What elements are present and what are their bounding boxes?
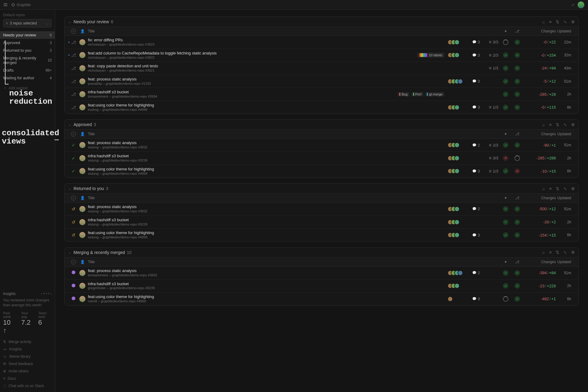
sidebar-item-returned-to-you[interactable]: Returned to you3 xyxy=(0,47,55,54)
author-avatar xyxy=(79,206,85,212)
sort-icon[interactable]: ⇅ xyxy=(556,20,559,24)
pr-row[interactable]: ↺ feat: process static analysis xiulung … xyxy=(65,203,579,216)
pr-row[interactable]: ⎇ infra:hashdiff s3 bucket tomasreimers … xyxy=(65,88,579,101)
pr-row[interactable]: infra:hashdiff s3 bucket gregmfoster – g… xyxy=(65,280,579,293)
pr-subtitle: xiulung – graphitedev/demo-repo #4958 xyxy=(88,235,154,239)
add-section-button[interactable]: ＋ Add section xyxy=(0,84,55,92)
pr-status-icon: ⎇ xyxy=(515,260,519,264)
expand-icon[interactable]: ⤢ xyxy=(571,3,575,7)
sidebar-item-waiting-for-author[interactable]: Waiting for author4 xyxy=(0,74,55,82)
bottom-link-invite-others[interactable]: ⊕Invite others xyxy=(3,368,52,374)
sort-icon[interactable]: ⇅ xyxy=(556,250,559,255)
changes: -0/+22 xyxy=(522,40,556,44)
list-icon[interactable]: ≡ xyxy=(549,20,552,24)
insights-next-icon[interactable]: › xyxy=(51,292,52,296)
checkmark-icon[interactable]: ✓ xyxy=(71,29,76,34)
gear-icon[interactable]: ⚙ xyxy=(571,186,575,191)
pr-row[interactable]: ✓ infra:hashdiff s3 bucket xiulung – gra… xyxy=(65,152,579,165)
chevron-down-icon[interactable]: ⌄ xyxy=(68,250,71,254)
comment-count: 3 xyxy=(478,79,480,84)
label-chip[interactable]: Perf xyxy=(411,92,423,96)
status-pending-icon xyxy=(503,296,508,302)
search-icon[interactable]: ⌕ xyxy=(542,186,545,191)
sidebar-item-drafts[interactable]: Drafts99+ xyxy=(0,66,55,74)
nav-label: Needs your review xyxy=(3,33,36,37)
nav-count: 4 xyxy=(50,76,52,80)
comment-icon: 💬 xyxy=(472,143,477,147)
status-fail-icon: ✕ xyxy=(503,155,508,161)
changes: -28/+2 xyxy=(522,220,556,224)
sidebar-item-needs-your-review[interactable]: Needs your review6 xyxy=(0,31,55,39)
bottom-links: ⇅Merge activity⫘Insights☺Meme library✉Se… xyxy=(3,339,52,389)
list-icon[interactable]: ≡ xyxy=(549,122,552,127)
merge-icon xyxy=(71,270,76,274)
pr-row[interactable]: feat:using color theme for highlighting … xyxy=(65,293,579,305)
pr-row[interactable]: ⎇ feat: process static analysis pranathi… xyxy=(65,75,579,88)
row-type-icon: ⎇ xyxy=(69,105,78,110)
pr-row[interactable]: ⎇ feat:add column to CacheRepoMetadata t… xyxy=(65,49,579,62)
comment-icon: 💬 xyxy=(472,169,477,173)
checkmark-icon[interactable]: ✓ xyxy=(71,259,76,264)
bottom-link-meme-library[interactable]: ☺Meme library xyxy=(3,353,52,360)
user-avatar[interactable] xyxy=(578,2,584,8)
collapse-icon[interactable]: ⤡ xyxy=(564,122,567,127)
facepile xyxy=(447,168,465,174)
updated: 6h xyxy=(556,169,574,173)
collapse-icon[interactable]: ⤡ xyxy=(564,250,567,255)
facepile-avatar xyxy=(458,270,463,276)
comment-count: 3 xyxy=(478,40,480,44)
hamburger-icon[interactable] xyxy=(4,3,7,6)
pr-row[interactable]: ⎇ feat:using color theme for highlightin… xyxy=(65,101,579,114)
pr-row[interactable]: ↺ feat:using color theme for highlightin… xyxy=(65,229,579,241)
bottom-link-docs[interactable]: ≡Docs xyxy=(3,375,52,382)
collapse-icon[interactable]: ⤡ xyxy=(564,20,567,24)
repo-selector[interactable]: ≡ 3 repos selected ⌄ xyxy=(3,19,52,28)
insights-stat: Past week10 ↑ xyxy=(3,311,16,334)
label-chip[interactable]: gt-merge xyxy=(425,92,444,96)
labels-count-chip[interactable]: 10 labels xyxy=(417,53,444,58)
checkmark-icon[interactable]: ✓ xyxy=(71,132,76,136)
facepile xyxy=(447,142,465,148)
bottom-link-chat-with-us-on-slack[interactable]: ◌Chat with us on Slack xyxy=(3,383,52,389)
pr-row[interactable]: ✓ feat: process static analysis xiulung … xyxy=(65,139,579,152)
sort-icon[interactable]: ⇅ xyxy=(556,186,559,191)
table-header: ✓ 👤 Title ✦ ⎇ Changes Updated xyxy=(65,27,579,36)
stack-pos: 2/3 xyxy=(493,143,498,147)
search-icon[interactable]: ⌕ xyxy=(542,122,545,127)
sort-icon[interactable]: ⇅ xyxy=(556,122,559,127)
search-icon[interactable]: ⌕ xyxy=(542,250,545,255)
checkmark-icon[interactable]: ✓ xyxy=(71,196,76,200)
search-icon[interactable]: ⌕ xyxy=(542,20,545,24)
pr-subtitle: nicholasyan – graphitedev/demo-repo #392… xyxy=(88,56,217,60)
pr-row[interactable]: ⎇ fix: error diffing PRs nicholasyan – g… xyxy=(65,36,579,49)
bottom-link-insights[interactable]: ⫘Insights xyxy=(3,346,52,352)
facepile xyxy=(447,155,465,161)
sidebar-item-approved[interactable]: Approved3 xyxy=(0,39,55,47)
gear-icon[interactable]: ⚙ xyxy=(571,20,575,24)
collapse-icon[interactable]: ⤡ xyxy=(564,186,567,191)
section-merging-recently-merged: ⌄ Merging & recently merged 10 ⌕ ≡ ⇅ ⤡ ⚙… xyxy=(64,247,579,306)
insights-prev-icon[interactable]: ‹ xyxy=(41,292,42,296)
label-chip[interactable]: Bug xyxy=(398,92,409,96)
nav-label: Drafts xyxy=(3,68,14,73)
status-pass-icon: ✓ xyxy=(503,52,508,58)
sidebar-item-merging-recently-merged[interactable]: Merging & recently merged10 xyxy=(0,54,55,66)
pr-row[interactable]: ↺ infra:hashdiff s3 bucket xiulung – gra… xyxy=(65,216,579,229)
chevron-down-icon[interactable]: ⌄ xyxy=(68,187,71,191)
author-avatar xyxy=(79,65,85,71)
chevron-down-icon[interactable]: ⌄ xyxy=(68,123,71,127)
pr-row[interactable]: ✓ feat:using color theme for highlightin… xyxy=(65,165,579,178)
pr-row[interactable]: ⎇ feat: copy paste detection and unit te… xyxy=(65,62,579,75)
bottom-link-send-feedback[interactable]: ✉Send feedback xyxy=(3,361,52,367)
list-icon[interactable]: ≡ xyxy=(549,250,552,255)
comment-count: 3 xyxy=(478,53,480,58)
pr-subtitle: xiulung – graphitedev/demo-repo #0239 xyxy=(88,159,147,162)
gear-icon[interactable]: ⚙ xyxy=(571,250,575,255)
bottom-link-merge-activity[interactable]: ⇅Merge activity xyxy=(3,339,52,345)
pr-row[interactable]: feat: process static analysis tomasreime… xyxy=(65,267,579,280)
stat-label: Team med. xyxy=(38,311,52,319)
chevron-down-icon[interactable]: ⌄ xyxy=(68,20,71,24)
list-icon[interactable]: ≡ xyxy=(549,186,552,191)
gear-icon[interactable]: ⚙ xyxy=(571,122,575,127)
pr-title: feat: process static analysis xyxy=(88,205,147,209)
